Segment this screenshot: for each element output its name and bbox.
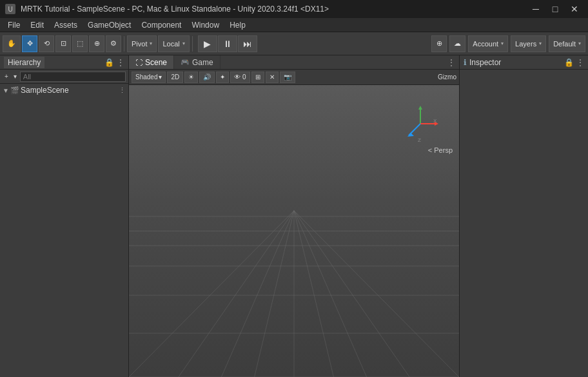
cloud-button[interactable]: ☁	[449, 35, 466, 52]
viewport[interactable]: Z X Y < Persp	[129, 85, 459, 377]
audio-btn[interactable]: 🔊	[199, 72, 215, 83]
separator-2	[192, 36, 193, 52]
rotate-tool[interactable]: ⟲	[39, 35, 54, 52]
custom-tool[interactable]: ⚙	[106, 35, 121, 52]
hierarchy-search[interactable]	[20, 72, 126, 82]
svg-marker-21	[407, 133, 414, 137]
main-area: Hierarchy 🔒 ⋮ + ▾ ▼ 🎬 SampleScene ⋮ ⛶ Sc…	[0, 55, 588, 377]
inspector-content	[460, 70, 588, 377]
effects-btn[interactable]: ✦	[216, 72, 229, 83]
toolbar: ✋ ✥ ⟲ ⊡ ⬚ ⊕ ⚙ Pivot ▾ Local ▾ ▶ ⏸ ⏭ ⊕ ☁ …	[0, 32, 588, 55]
hierarchy-add[interactable]: +	[3, 72, 10, 81]
pivot-label: Pivot	[132, 40, 147, 48]
rect-tool[interactable]: ⬚	[72, 35, 88, 52]
menubar: File Edit Assets GameObject Component Wi…	[0, 18, 588, 32]
collab-button[interactable]: ⊕	[431, 35, 447, 52]
svg-text:X: X	[433, 118, 437, 124]
window-controls: ─ □ ✕	[527, 3, 583, 15]
account-arrow: ▾	[501, 41, 504, 46]
account-dropdown[interactable]: Account ▾	[468, 35, 508, 52]
local-dropdown[interactable]: Local ▾	[158, 35, 189, 52]
menu-component[interactable]: Component	[136, 19, 186, 31]
svg-line-14	[294, 211, 409, 377]
maximize-button[interactable]: □	[547, 3, 564, 15]
gizmo-label: Gizmo	[438, 73, 456, 81]
scene-extras[interactable]: ✕	[266, 72, 279, 83]
app-icon: U	[5, 4, 15, 14]
hierarchy-panel: Hierarchy 🔒 ⋮ + ▾ ▼ 🎬 SampleScene ⋮	[0, 55, 129, 377]
svg-line-8	[179, 211, 294, 377]
hand-tool[interactable]: ✋	[3, 35, 21, 52]
scale-tool[interactable]: ⊡	[55, 35, 71, 52]
camera-btn[interactable]: 📷	[280, 72, 295, 83]
svg-text:Y: Y	[418, 104, 422, 106]
svg-text:Z: Z	[418, 137, 421, 143]
scene-tab-label: Scene	[145, 58, 167, 67]
inspector-icon: ℹ	[464, 58, 467, 67]
menu-edit[interactable]: Edit	[25, 19, 49, 31]
hierarchy-add-dropdown[interactable]: ▾	[12, 72, 19, 81]
hierarchy-scene-item[interactable]: ▼ 🎬 SampleScene ⋮	[0, 85, 128, 95]
gizmo-widget[interactable]: Z X Y	[401, 104, 440, 143]
minimize-button[interactable]: ─	[527, 3, 544, 15]
svg-line-10	[255, 211, 294, 377]
layers-label: Layers	[515, 40, 536, 48]
gizmo-svg: Z X Y	[401, 104, 440, 143]
move-tool[interactable]: ✥	[22, 35, 37, 52]
game-tab-label: Game	[192, 58, 213, 67]
layers-dropdown[interactable]: Layers ▾	[511, 35, 546, 52]
scene-toolbar: Shaded ▾ 2D ☀ 🔊 ✦ 👁 0 ⊞ ✕ 📷 Gizmo	[129, 70, 459, 85]
center-panel: ⛶ Scene 🎮 Game ⋮ Shaded ▾ 2D ☀ 🔊 ✦ 👁 0 ⊞…	[129, 55, 459, 377]
shading-arrow: ▾	[159, 73, 162, 81]
scene-name: SampleScene	[21, 86, 69, 95]
play-controls: ▶ ⏸ ⏭	[198, 35, 257, 52]
pivot-arrow: ▾	[150, 41, 152, 46]
2d-toggle[interactable]: 2D	[167, 72, 183, 83]
menu-file[interactable]: File	[3, 19, 25, 31]
layout-dropdown[interactable]: Default ▾	[549, 35, 585, 52]
menu-window[interactable]: Window	[186, 19, 224, 31]
persp-label: < Persp	[428, 146, 453, 154]
svg-line-15	[294, 211, 459, 377]
menu-help[interactable]: Help	[224, 19, 251, 31]
tab-game[interactable]: 🎮 Game	[174, 55, 220, 69]
hierarchy-lock[interactable]: 🔒	[104, 58, 114, 67]
menu-assets[interactable]: Assets	[49, 19, 83, 31]
svg-line-13	[294, 211, 367, 377]
visibility-btn[interactable]: 👁 0	[230, 72, 250, 83]
inspector-more[interactable]: ⋮	[576, 58, 584, 67]
inspector-title: Inspector	[469, 58, 501, 67]
shading-dropdown[interactable]: Shaded ▾	[132, 72, 166, 83]
grid-btn[interactable]: ⊞	[251, 72, 264, 83]
menu-gameobject[interactable]: GameObject	[83, 19, 136, 31]
scene-icon: 🎬	[10, 86, 19, 95]
shading-label: Shaded	[135, 73, 157, 81]
svg-marker-17	[418, 106, 422, 110]
svg-line-12	[294, 211, 333, 377]
inspector-lock[interactable]: 🔒	[564, 58, 574, 67]
window-title: MRTK Tutorial - SampleScene - PC, Mac & …	[21, 5, 329, 14]
close-button[interactable]: ✕	[566, 3, 583, 15]
hierarchy-tab[interactable]: Hierarchy	[4, 57, 44, 68]
hierarchy-toolbar: + ▾	[0, 70, 128, 84]
scene-more[interactable]: ⋮	[119, 86, 126, 95]
svg-line-9	[221, 211, 294, 377]
hierarchy-header: Hierarchy 🔒 ⋮	[0, 55, 128, 70]
pause-button[interactable]: ⏸	[218, 35, 237, 52]
layout-label: Default	[553, 40, 576, 48]
step-button[interactable]: ⏭	[238, 35, 257, 52]
pivot-dropdown[interactable]: Pivot ▾	[127, 35, 157, 52]
toolbar-right: ⊕ ☁ Account ▾ Layers ▾ Default ▾	[431, 35, 585, 52]
account-label: Account	[473, 40, 498, 48]
hierarchy-content: ▼ 🎬 SampleScene ⋮	[0, 84, 128, 377]
layout-arrow: ▾	[578, 41, 581, 46]
scene-game-tabs: ⛶ Scene 🎮 Game ⋮	[129, 55, 459, 70]
separator-1	[124, 36, 124, 52]
transform-tool[interactable]: ⊕	[89, 35, 104, 52]
layers-arrow: ▾	[539, 41, 542, 46]
lighting-btn[interactable]: ☀	[184, 72, 198, 83]
tab-scene[interactable]: ⛶ Scene	[129, 55, 174, 69]
scene-more[interactable]: ⋮	[444, 58, 459, 67]
play-button[interactable]: ▶	[198, 35, 217, 52]
hierarchy-more[interactable]: ⋮	[117, 58, 124, 67]
